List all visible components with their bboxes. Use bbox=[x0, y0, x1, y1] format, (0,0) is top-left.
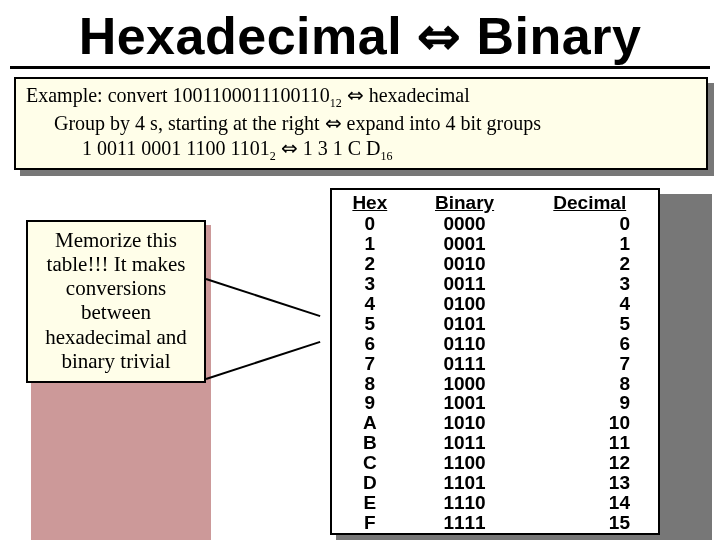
table-row: 601106 bbox=[331, 334, 659, 354]
cell-binary: 0001 bbox=[408, 234, 522, 254]
cell-hex: F bbox=[331, 513, 408, 534]
example-content: Example: convert 100110001110011012 ⇔ he… bbox=[14, 77, 708, 170]
cell-decimal: 5 bbox=[522, 314, 660, 334]
cell-hex: C bbox=[331, 453, 408, 473]
table-header-row: Hex Binary Decimal bbox=[331, 189, 659, 214]
cell-decimal: 10 bbox=[522, 413, 660, 433]
conversion-table: Hex Binary Decimal 000000100011200102300… bbox=[330, 188, 660, 535]
cell-decimal: 7 bbox=[522, 354, 660, 374]
table-row: 000000 bbox=[331, 214, 659, 234]
table-row: 300113 bbox=[331, 274, 659, 294]
cell-decimal: 3 bbox=[522, 274, 660, 294]
text: ⇔ 1 3 1 C D bbox=[276, 137, 381, 159]
table-row: E111014 bbox=[331, 493, 659, 513]
cell-binary: 1100 bbox=[408, 453, 522, 473]
text: Example: convert 1001100011100110 bbox=[26, 84, 330, 106]
text: 1 0011 0001 1100 1101 bbox=[82, 137, 270, 159]
connector-lines bbox=[206, 308, 326, 535]
cell-decimal: 15 bbox=[522, 513, 660, 534]
cell-hex: D bbox=[331, 473, 408, 493]
cell-decimal: 4 bbox=[522, 294, 660, 314]
table-row: B101111 bbox=[331, 433, 659, 453]
cell-hex: 2 bbox=[331, 254, 408, 274]
cell-binary: 0110 bbox=[408, 334, 522, 354]
cell-decimal: 1 bbox=[522, 234, 660, 254]
example-line-2: Group by 4 s, starting at the right ⇔ ex… bbox=[26, 111, 696, 136]
cell-hex: 1 bbox=[331, 234, 408, 254]
table-row: D110113 bbox=[331, 473, 659, 493]
cell-hex: 3 bbox=[331, 274, 408, 294]
memo-box: Memorize this table!!! It makes conversi… bbox=[26, 220, 206, 535]
cell-hex: A bbox=[331, 413, 408, 433]
lower-section: Memorize this table!!! It makes conversi… bbox=[0, 188, 720, 535]
cell-binary: 0101 bbox=[408, 314, 522, 334]
example-line-3: 1 0011 0001 1100 11012 ⇔ 1 3 1 C D16 bbox=[26, 136, 696, 164]
cell-decimal: 6 bbox=[522, 334, 660, 354]
cell-hex: 5 bbox=[331, 314, 408, 334]
double-arrow-icon: ⇔ bbox=[417, 7, 462, 65]
title-right: Binary bbox=[477, 7, 642, 65]
table-row: 200102 bbox=[331, 254, 659, 274]
cell-hex: 7 bbox=[331, 354, 408, 374]
cell-decimal: 0 bbox=[522, 214, 660, 234]
table-row: C110012 bbox=[331, 453, 659, 473]
memo-text: Memorize this table!!! It makes conversi… bbox=[26, 220, 206, 383]
table-row: A101010 bbox=[331, 413, 659, 433]
conversion-table-wrap: Hex Binary Decimal 000000100011200102300… bbox=[330, 188, 706, 535]
cell-binary: 1101 bbox=[408, 473, 522, 493]
table-row: F111115 bbox=[331, 513, 659, 534]
cell-decimal: 14 bbox=[522, 493, 660, 513]
cell-decimal: 8 bbox=[522, 374, 660, 394]
cell-binary: 0010 bbox=[408, 254, 522, 274]
cell-hex: 8 bbox=[331, 374, 408, 394]
cell-decimal: 2 bbox=[522, 254, 660, 274]
page-title: Hexadecimal ⇔ Binary bbox=[10, 0, 710, 69]
cell-hex: 9 bbox=[331, 393, 408, 413]
cell-hex: 6 bbox=[331, 334, 408, 354]
cell-binary: 0000 bbox=[408, 214, 522, 234]
cell-hex: B bbox=[331, 433, 408, 453]
table-row: 810008 bbox=[331, 374, 659, 394]
table-row: 100011 bbox=[331, 234, 659, 254]
cell-binary: 0011 bbox=[408, 274, 522, 294]
cell-binary: 1001 bbox=[408, 393, 522, 413]
cell-binary: 1111 bbox=[408, 513, 522, 534]
title-left: Hexadecimal bbox=[79, 7, 402, 65]
table-row: 910019 bbox=[331, 393, 659, 413]
col-decimal: Decimal bbox=[522, 189, 660, 214]
subscript: 12 bbox=[330, 96, 342, 110]
cell-decimal: 11 bbox=[522, 433, 660, 453]
col-binary: Binary bbox=[408, 189, 522, 214]
table-row: 501015 bbox=[331, 314, 659, 334]
cell-binary: 1010 bbox=[408, 413, 522, 433]
table-row: 401004 bbox=[331, 294, 659, 314]
cell-hex: 0 bbox=[331, 214, 408, 234]
cell-binary: 1011 bbox=[408, 433, 522, 453]
example-box: Example: convert 100110001110011012 ⇔ he… bbox=[14, 77, 708, 170]
example-line-1: Example: convert 100110001110011012 ⇔ he… bbox=[26, 83, 696, 111]
cell-binary: 0111 bbox=[408, 354, 522, 374]
subscript: 16 bbox=[381, 149, 393, 163]
cell-binary: 1000 bbox=[408, 374, 522, 394]
text: ⇔ hexadecimal bbox=[342, 84, 470, 106]
cell-decimal: 13 bbox=[522, 473, 660, 493]
cell-hex: E bbox=[331, 493, 408, 513]
table-row: 701117 bbox=[331, 354, 659, 374]
cell-decimal: 12 bbox=[522, 453, 660, 473]
cell-binary: 1110 bbox=[408, 493, 522, 513]
cell-decimal: 9 bbox=[522, 393, 660, 413]
cell-binary: 0100 bbox=[408, 294, 522, 314]
col-hex: Hex bbox=[331, 189, 408, 214]
cell-hex: 4 bbox=[331, 294, 408, 314]
